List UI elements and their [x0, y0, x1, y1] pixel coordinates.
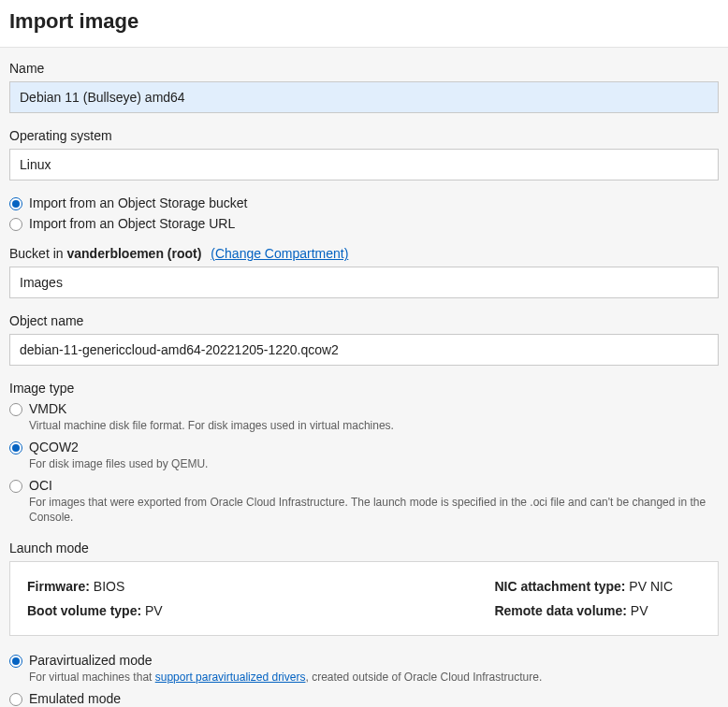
bucket-input[interactable] [9, 267, 719, 298]
os-field: Operating system [9, 128, 719, 180]
paravirtualized-desc: For virtual machines that support paravi… [29, 670, 719, 685]
os-input[interactable] [9, 149, 719, 180]
paravirtualized-drivers-link[interactable]: support paravirtualized drivers [155, 671, 306, 684]
import-from-url-label: Import from an Object Storage URL [29, 216, 235, 231]
firmware-info: Firmware: BIOS [27, 579, 163, 594]
os-label: Operating system [9, 128, 719, 143]
bucket-heading: Bucket in vanderbloemen (root) (Change C… [9, 246, 719, 261]
launch-mode-paravirtualized-radio[interactable]: Paravirtualized mode For virtual machine… [9, 653, 719, 685]
radio-icon [9, 655, 22, 668]
panel-content: Name Operating system Import from an Obj… [0, 48, 728, 707]
emulated-label: Emulated mode [29, 691, 719, 706]
panel-header: Import image [0, 0, 728, 48]
radio-icon [9, 218, 22, 231]
radio-icon [9, 480, 22, 493]
import-from-url-radio[interactable]: Import from an Object Storage URL [9, 216, 719, 231]
boot-volume-info: Boot volume type: PV [27, 603, 163, 618]
qcow2-desc: For disk image files used by QEMU. [29, 456, 719, 472]
compartment-name: vanderbloemen (root) [66, 246, 201, 261]
object-name-label: Object name [9, 313, 719, 328]
oci-desc: For images that were exported from Oracl… [29, 495, 719, 527]
radio-icon [9, 403, 22, 416]
launch-mode-emulated-radio[interactable]: Emulated mode For virtual machines that … [9, 691, 719, 707]
launch-mode-info-box: Firmware: BIOS Boot volume type: PV NIC … [9, 561, 719, 636]
vmdk-desc: Virtual machine disk file format. For di… [29, 418, 719, 434]
radio-icon [9, 197, 22, 210]
object-name-input[interactable] [9, 334, 719, 366]
page-title: Import image [9, 9, 719, 34]
radio-icon [9, 441, 22, 454]
name-label: Name [9, 61, 719, 76]
image-type-vmdk-radio[interactable]: VMDK Virtual machine disk file format. F… [9, 401, 719, 434]
radio-icon [9, 693, 22, 706]
import-from-bucket-label: Import from an Object Storage bucket [29, 195, 247, 210]
qcow2-label: QCOW2 [29, 440, 719, 454]
import-source-group: Import from an Object Storage bucket Imp… [9, 195, 719, 231]
name-input[interactable] [9, 81, 719, 113]
bucket-prefix: Bucket in [9, 246, 66, 261]
paravirtualized-label: Paravirtualized mode [29, 653, 719, 668]
object-name-field: Object name [9, 313, 719, 366]
remote-volume-info: Remote data volume: PV [494, 603, 673, 618]
launch-mode-section: Launch mode Firmware: BIOS Boot volume t… [9, 541, 719, 707]
import-from-bucket-radio[interactable]: Import from an Object Storage bucket [9, 195, 719, 210]
image-type-section: Image type VMDK Virtual machine disk fil… [9, 381, 719, 526]
nic-info: NIC attachment type: PV NIC [494, 579, 673, 594]
change-compartment-link[interactable]: (Change Compartment) [211, 246, 348, 261]
name-field: Name [9, 61, 719, 113]
image-type-oci-radio[interactable]: OCI For images that were exported from O… [9, 478, 719, 527]
import-image-panel: Import image Name Operating system Impor… [0, 0, 728, 707]
bucket-field: Bucket in vanderbloemen (root) (Change C… [9, 246, 719, 298]
launch-mode-heading: Launch mode [9, 541, 719, 556]
image-type-heading: Image type [9, 381, 719, 396]
oci-label: OCI [29, 478, 719, 493]
image-type-qcow2-radio[interactable]: QCOW2 For disk image files used by QEMU. [9, 440, 719, 472]
vmdk-label: VMDK [29, 401, 719, 416]
